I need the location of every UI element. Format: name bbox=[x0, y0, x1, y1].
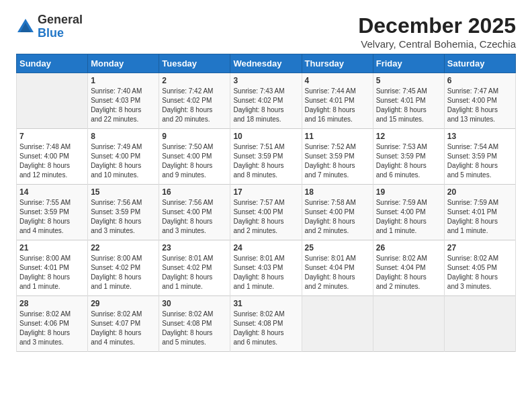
calendar-cell: 26Sunrise: 8:02 AM Sunset: 4:04 PM Dayli… bbox=[373, 240, 444, 296]
day-info: Sunrise: 7:47 AM Sunset: 4:00 PM Dayligh… bbox=[447, 87, 513, 124]
day-number: 8 bbox=[91, 132, 156, 141]
day-number: 5 bbox=[376, 76, 441, 85]
logo-text: General Blue bbox=[38, 13, 83, 40]
day-number: 17 bbox=[233, 187, 298, 197]
calendar-week-1: 7Sunrise: 7:48 AM Sunset: 4:00 PM Daylig… bbox=[17, 129, 516, 185]
calendar-cell: 6Sunrise: 7:47 AM Sunset: 4:00 PM Daylig… bbox=[444, 73, 515, 129]
day-info: Sunrise: 7:55 AM Sunset: 3:59 PM Dayligh… bbox=[19, 198, 85, 236]
day-number: 7 bbox=[19, 132, 85, 141]
day-number: 25 bbox=[305, 243, 370, 253]
day-number: 6 bbox=[447, 76, 513, 85]
day-info: Sunrise: 7:51 AM Sunset: 3:59 PM Dayligh… bbox=[233, 142, 298, 180]
header-row: SundayMondayTuesdayWednesdayThursdayFrid… bbox=[17, 54, 516, 73]
logo: General Blue bbox=[16, 13, 83, 40]
calendar-cell: 1Sunrise: 7:40 AM Sunset: 4:03 PM Daylig… bbox=[88, 73, 159, 129]
header-cell-tuesday: Tuesday bbox=[159, 54, 230, 73]
header-cell-sunday: Sunday bbox=[17, 54, 88, 73]
day-number: 9 bbox=[162, 132, 227, 141]
day-number: 18 bbox=[305, 187, 370, 197]
calendar-cell: 29Sunrise: 8:02 AM Sunset: 4:07 PM Dayli… bbox=[88, 296, 159, 352]
day-info: Sunrise: 7:44 AM Sunset: 4:01 PM Dayligh… bbox=[305, 87, 370, 124]
day-info: Sunrise: 8:01 AM Sunset: 4:04 PM Dayligh… bbox=[305, 254, 370, 291]
day-number: 23 bbox=[162, 243, 227, 253]
day-info: Sunrise: 8:00 AM Sunset: 4:02 PM Dayligh… bbox=[91, 254, 156, 291]
calendar-cell bbox=[373, 296, 444, 352]
calendar-week-4: 28Sunrise: 8:02 AM Sunset: 4:06 PM Dayli… bbox=[17, 296, 516, 352]
calendar-cell bbox=[302, 296, 373, 352]
calendar-cell: 24Sunrise: 8:01 AM Sunset: 4:03 PM Dayli… bbox=[230, 240, 302, 296]
calendar-cell: 31Sunrise: 8:02 AM Sunset: 4:08 PM Dayli… bbox=[230, 296, 302, 352]
day-number: 29 bbox=[91, 299, 156, 308]
day-number: 14 bbox=[19, 187, 85, 197]
day-info: Sunrise: 7:50 AM Sunset: 4:00 PM Dayligh… bbox=[162, 142, 227, 180]
day-info: Sunrise: 8:02 AM Sunset: 4:07 PM Dayligh… bbox=[91, 310, 156, 347]
day-info: Sunrise: 7:59 AM Sunset: 4:00 PM Dayligh… bbox=[376, 198, 441, 236]
day-info: Sunrise: 7:45 AM Sunset: 4:01 PM Dayligh… bbox=[376, 87, 441, 124]
calendar-body: 1Sunrise: 7:40 AM Sunset: 4:03 PM Daylig… bbox=[17, 73, 516, 352]
day-number: 11 bbox=[305, 132, 370, 141]
title-block: December 2025 Velvary, Central Bohemia, … bbox=[358, 13, 516, 50]
calendar-cell: 2Sunrise: 7:42 AM Sunset: 4:02 PM Daylig… bbox=[159, 73, 230, 129]
day-info: Sunrise: 8:01 AM Sunset: 4:02 PM Dayligh… bbox=[162, 254, 227, 291]
day-number: 21 bbox=[19, 243, 85, 253]
calendar-cell: 15Sunrise: 7:56 AM Sunset: 3:59 PM Dayli… bbox=[88, 185, 159, 240]
calendar-week-0: 1Sunrise: 7:40 AM Sunset: 4:03 PM Daylig… bbox=[17, 73, 516, 129]
calendar-cell: 5Sunrise: 7:45 AM Sunset: 4:01 PM Daylig… bbox=[373, 73, 444, 129]
day-number: 31 bbox=[233, 299, 298, 308]
calendar-cell: 20Sunrise: 7:59 AM Sunset: 4:01 PM Dayli… bbox=[444, 185, 515, 240]
day-info: Sunrise: 7:49 AM Sunset: 4:00 PM Dayligh… bbox=[91, 142, 156, 180]
day-info: Sunrise: 7:56 AM Sunset: 3:59 PM Dayligh… bbox=[91, 198, 156, 236]
calendar-cell: 3Sunrise: 7:43 AM Sunset: 4:02 PM Daylig… bbox=[230, 73, 302, 129]
header-cell-saturday: Saturday bbox=[444, 54, 515, 73]
calendar-cell: 4Sunrise: 7:44 AM Sunset: 4:01 PM Daylig… bbox=[302, 73, 373, 129]
calendar-week-2: 14Sunrise: 7:55 AM Sunset: 3:59 PM Dayli… bbox=[17, 185, 516, 240]
day-number: 1 bbox=[91, 76, 156, 85]
calendar-cell: 9Sunrise: 7:50 AM Sunset: 4:00 PM Daylig… bbox=[159, 129, 230, 185]
day-number: 10 bbox=[233, 132, 298, 141]
day-info: Sunrise: 8:02 AM Sunset: 4:06 PM Dayligh… bbox=[19, 310, 85, 347]
calendar-header: SundayMondayTuesdayWednesdayThursdayFrid… bbox=[17, 54, 516, 73]
day-info: Sunrise: 7:54 AM Sunset: 3:59 PM Dayligh… bbox=[447, 142, 513, 180]
day-info: Sunrise: 8:02 AM Sunset: 4:08 PM Dayligh… bbox=[162, 310, 227, 347]
day-info: Sunrise: 8:01 AM Sunset: 4:03 PM Dayligh… bbox=[233, 254, 298, 291]
day-number: 16 bbox=[162, 187, 227, 197]
calendar-cell bbox=[444, 296, 515, 352]
calendar-cell: 28Sunrise: 8:02 AM Sunset: 4:06 PM Dayli… bbox=[17, 296, 88, 352]
day-info: Sunrise: 7:58 AM Sunset: 4:00 PM Dayligh… bbox=[305, 198, 370, 236]
calendar-cell: 18Sunrise: 7:58 AM Sunset: 4:00 PM Dayli… bbox=[302, 185, 373, 240]
day-info: Sunrise: 7:56 AM Sunset: 4:00 PM Dayligh… bbox=[162, 198, 227, 236]
day-info: Sunrise: 8:02 AM Sunset: 4:08 PM Dayligh… bbox=[233, 310, 298, 347]
day-number: 26 bbox=[376, 243, 441, 253]
day-info: Sunrise: 7:52 AM Sunset: 3:59 PM Dayligh… bbox=[305, 142, 370, 180]
calendar-cell: 25Sunrise: 8:01 AM Sunset: 4:04 PM Dayli… bbox=[302, 240, 373, 296]
day-number: 28 bbox=[19, 299, 85, 308]
logo-blue: Blue bbox=[38, 26, 64, 40]
day-info: Sunrise: 7:43 AM Sunset: 4:02 PM Dayligh… bbox=[233, 87, 298, 124]
day-number: 15 bbox=[91, 187, 156, 197]
day-number: 12 bbox=[376, 132, 441, 141]
day-number: 22 bbox=[91, 243, 156, 253]
logo-icon bbox=[16, 17, 35, 36]
calendar-cell: 13Sunrise: 7:54 AM Sunset: 3:59 PM Dayli… bbox=[444, 129, 515, 185]
calendar-cell: 22Sunrise: 8:00 AM Sunset: 4:02 PM Dayli… bbox=[88, 240, 159, 296]
day-number: 4 bbox=[305, 76, 370, 85]
calendar-week-3: 21Sunrise: 8:00 AM Sunset: 4:01 PM Dayli… bbox=[17, 240, 516, 296]
day-number: 20 bbox=[447, 187, 513, 197]
day-info: Sunrise: 8:00 AM Sunset: 4:01 PM Dayligh… bbox=[19, 254, 85, 291]
calendar-cell: 17Sunrise: 7:57 AM Sunset: 4:00 PM Dayli… bbox=[230, 185, 302, 240]
day-info: Sunrise: 8:02 AM Sunset: 4:04 PM Dayligh… bbox=[376, 254, 441, 291]
calendar-cell: 14Sunrise: 7:55 AM Sunset: 3:59 PM Dayli… bbox=[17, 185, 88, 240]
day-info: Sunrise: 8:02 AM Sunset: 4:05 PM Dayligh… bbox=[447, 254, 513, 291]
day-number: 3 bbox=[233, 76, 298, 85]
day-number: 24 bbox=[233, 243, 298, 253]
calendar-cell: 11Sunrise: 7:52 AM Sunset: 3:59 PM Dayli… bbox=[302, 129, 373, 185]
calendar-cell: 10Sunrise: 7:51 AM Sunset: 3:59 PM Dayli… bbox=[230, 129, 302, 185]
header-cell-monday: Monday bbox=[88, 54, 159, 73]
month-title: December 2025 bbox=[358, 13, 516, 38]
day-number: 27 bbox=[447, 243, 513, 253]
logo-general: General bbox=[38, 13, 83, 26]
day-info: Sunrise: 7:59 AM Sunset: 4:01 PM Dayligh… bbox=[447, 198, 513, 236]
day-info: Sunrise: 7:42 AM Sunset: 4:02 PM Dayligh… bbox=[162, 87, 227, 124]
day-number: 2 bbox=[162, 76, 227, 85]
day-info: Sunrise: 7:40 AM Sunset: 4:03 PM Dayligh… bbox=[91, 87, 156, 124]
